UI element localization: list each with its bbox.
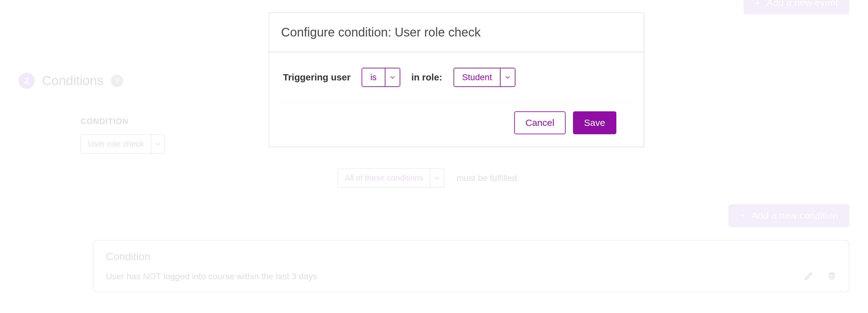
condition-mode-select[interactable]: All of these conditions xyxy=(337,168,444,188)
chevron-down-icon xyxy=(151,135,164,153)
plus-icon: + xyxy=(740,211,745,220)
condition-card-title: Condition xyxy=(106,250,836,263)
save-button[interactable]: Save xyxy=(573,111,616,134)
role-select-value: Student xyxy=(454,68,500,86)
condition-card-actions xyxy=(804,271,836,282)
chevron-down-icon xyxy=(500,68,515,86)
condition-card-description: User has NOT logged into course within t… xyxy=(106,272,317,281)
user-role-check-select-label: User role check xyxy=(81,135,151,153)
triggering-user-label: Triggering user xyxy=(283,72,350,82)
in-role-label: in role: xyxy=(411,72,442,82)
chevron-down-icon xyxy=(385,68,400,86)
operator-select-value: is xyxy=(362,68,384,86)
add-condition-button[interactable]: + Add a new condition xyxy=(728,204,849,227)
condition-mode-select-label: All of these conditions xyxy=(338,169,430,187)
configure-condition-dialog: Configure condition: User role check Tri… xyxy=(269,12,644,147)
help-icon[interactable]: ? xyxy=(111,74,123,87)
add-event-label: Add a new event xyxy=(767,0,838,8)
add-event-button[interactable]: + Add a new event xyxy=(744,0,849,14)
trash-icon[interactable] xyxy=(827,271,836,282)
dialog-body: Triggering user is in role: Student xyxy=(269,52,644,102)
cancel-button[interactable]: Cancel xyxy=(514,111,565,134)
chevron-down-icon xyxy=(430,169,443,187)
role-select[interactable]: Student xyxy=(454,68,516,87)
edit-icon[interactable] xyxy=(804,271,813,282)
dialog-footer: Cancel Save xyxy=(283,102,630,147)
operator-select[interactable]: is xyxy=(362,68,400,87)
user-role-check-select[interactable]: User role check xyxy=(81,134,165,154)
conditions-rule-row: All of these conditions must be fulfille… xyxy=(337,168,519,188)
step-number-badge: 2 xyxy=(19,73,35,89)
condition-card: Condition User has NOT logged into cours… xyxy=(93,240,849,292)
plus-icon: + xyxy=(755,0,761,8)
must-be-fulfilled-text: must be fulfilled. xyxy=(457,173,519,183)
dialog-title: Configure condition: User role check xyxy=(269,13,644,52)
step-title: Conditions xyxy=(42,73,103,88)
add-condition-label: Add a new condition xyxy=(752,210,838,221)
